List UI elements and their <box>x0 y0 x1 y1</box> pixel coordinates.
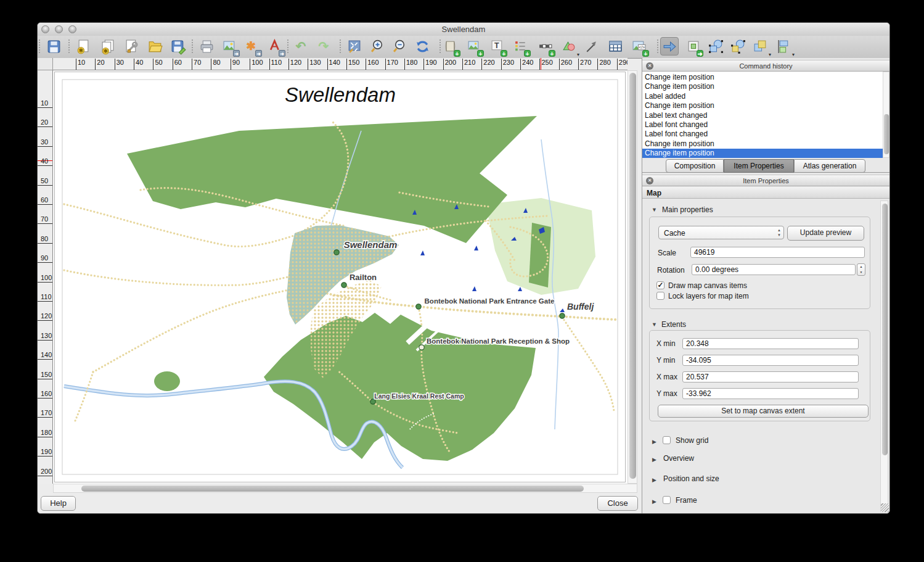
zoom-in-button[interactable] <box>367 37 386 56</box>
history-item[interactable]: Change item position <box>642 101 883 110</box>
history-item[interactable]: Label font changed <box>642 130 883 139</box>
new-composition-button[interactable]: ✱ <box>74 37 92 56</box>
xmin-input[interactable]: 20.348 <box>682 338 859 349</box>
ymin-input[interactable]: -34.095 <box>682 355 859 366</box>
undo-button[interactable]: ↶ <box>292 37 310 56</box>
add-image-button[interactable]: + <box>465 37 483 56</box>
add-new-map-button[interactable]: + <box>441 37 460 56</box>
ruler-tick: 70 <box>192 59 201 70</box>
svg-text:✱: ✱ <box>103 48 108 54</box>
xmax-input[interactable]: 20.537 <box>682 371 859 382</box>
zoom-full-button[interactable] <box>345 37 363 56</box>
ungroup-items-button[interactable] <box>729 37 747 56</box>
history-scrollbar[interactable] <box>883 72 889 158</box>
save-project-button[interactable] <box>44 37 63 56</box>
cache-mode-dropdown[interactable]: Cache ▲▼ <box>658 226 784 239</box>
canvas-vertical-scrollbar[interactable] <box>628 70 637 484</box>
overview-collapse-toggle[interactable]: ▶ <box>652 457 656 463</box>
lock-layers-checkbox[interactable] <box>656 292 664 300</box>
show-grid-collapse-toggle[interactable]: ▶ <box>652 439 656 445</box>
canvas-vertical-scrollbar-thumb[interactable] <box>629 73 636 479</box>
extents-collapse-toggle[interactable]: ▼ <box>652 321 657 328</box>
close-button[interactable]: Close <box>597 496 638 511</box>
dropdown-caret: ▾ <box>792 52 795 57</box>
add-label-button[interactable]: T+ <box>488 37 507 56</box>
add-arrow-button[interactable] <box>582 37 600 56</box>
command-history-list[interactable]: Change item positionChange item position… <box>642 72 883 158</box>
canvas-horizontal-scrollbar[interactable] <box>53 484 637 493</box>
item-properties-header: ✕ Item Properties <box>642 175 889 186</box>
save-as-template-button[interactable] <box>169 37 187 56</box>
ruler-tick: 290 <box>617 59 628 70</box>
composition-manager-button[interactable] <box>122 37 141 56</box>
tab-composition[interactable]: Composition <box>666 159 724 173</box>
raise-selected-items-button[interactable]: ▾ <box>751 37 769 56</box>
draw-map-canvas-items-checkbox[interactable]: ✓ <box>656 281 664 289</box>
composition-title-label[interactable]: Swellendam <box>217 83 464 107</box>
export-pdf-button[interactable]: ➜ <box>266 37 285 56</box>
history-item[interactable]: Label text changed <box>642 111 883 120</box>
move-item-content-button[interactable]: ➜ <box>684 37 703 56</box>
history-item[interactable]: Label font changed <box>642 120 883 130</box>
ruler-corner <box>38 58 53 70</box>
ruler-tick: 180 <box>404 59 417 70</box>
rotation-input[interactable]: 0.00 degrees <box>692 264 856 275</box>
ungroup-items-icon <box>730 39 746 54</box>
composition-manager-icon <box>124 39 139 54</box>
history-item[interactable]: Label added <box>642 92 883 101</box>
align-selected-items-button[interactable]: ▾ <box>774 37 793 56</box>
rotation-spinner[interactable]: ▲▼ <box>857 263 865 276</box>
composer-canvas[interactable]: Swellendam Railton Bontebok National Par… <box>53 70 628 484</box>
history-item[interactable]: Change item position <box>642 139 883 149</box>
select-move-item-button[interactable] <box>660 37 679 56</box>
ruler-tick: 280 <box>597 59 610 70</box>
properties-scrollbar[interactable] <box>880 200 888 512</box>
frame-checkbox[interactable] <box>663 496 671 504</box>
history-item[interactable]: Change item position <box>642 82 883 91</box>
ruler-tick: 80 <box>211 59 220 70</box>
ruler-tick: 100 <box>38 274 53 283</box>
load-from-template-button[interactable] <box>145 37 164 56</box>
position-size-collapse-toggle[interactable]: ▶ <box>652 477 656 483</box>
command-history-title: Command history <box>642 62 889 70</box>
add-legend-button[interactable]: + <box>512 37 530 56</box>
scale-input[interactable]: 49619 <box>690 247 865 258</box>
add-html-button[interactable]: </>+ <box>630 37 648 56</box>
set-to-map-canvas-extent-button[interactable]: Set to map canvas extent <box>658 405 869 418</box>
add-shape-button[interactable]: ▾ <box>559 37 578 56</box>
add-scalebar-button[interactable]: + <box>536 37 555 56</box>
zoom-out-icon <box>391 39 407 54</box>
export-arrow-badge: ➜ <box>233 50 240 57</box>
duplicate-composition-button[interactable]: ✱ <box>98 37 117 56</box>
toolbar-separator <box>39 39 40 53</box>
export-svg-button[interactable]: ✱➜ <box>243 37 261 56</box>
composer-page[interactable]: Swellendam Railton Bontebok National Par… <box>54 72 626 482</box>
ruler-tick: 10 <box>76 59 85 70</box>
ruler-tick: 110 <box>38 293 53 302</box>
item-type-label: Map <box>647 189 661 197</box>
add-attribute-table-button[interactable] <box>606 37 624 56</box>
redo-button[interactable]: ↷ <box>314 37 333 56</box>
main-properties-collapse-toggle[interactable]: ▼ <box>652 207 657 213</box>
tab-atlas-generation[interactable]: Atlas generation <box>794 159 865 173</box>
help-button[interactable]: Help <box>41 496 76 511</box>
map-item[interactable]: Swellendam Railton Bontebok National Par… <box>54 72 626 482</box>
group-items-button[interactable] <box>706 37 725 56</box>
title-bar[interactable]: Swellendam <box>38 23 889 36</box>
zoom-out-button[interactable] <box>390 37 408 56</box>
tab-item-properties[interactable]: Item Properties <box>724 159 794 173</box>
print-button[interactable] <box>197 37 216 56</box>
history-item[interactable]: Change item position <box>642 149 883 158</box>
frame-collapse-toggle[interactable]: ▶ <box>652 498 656 505</box>
ruler-tick: 230 <box>501 59 514 70</box>
window-resize-grip[interactable] <box>881 503 889 512</box>
export-image-button[interactable]: ➜ <box>221 37 239 56</box>
history-item[interactable]: Change item position <box>642 73 883 82</box>
refresh-view-button[interactable] <box>413 37 431 56</box>
show-grid-checkbox[interactable] <box>663 436 671 444</box>
update-preview-button[interactable]: Update preview <box>787 226 864 241</box>
ymax-input[interactable]: -33.962 <box>682 388 859 399</box>
canvas-horizontal-scrollbar-thumb[interactable] <box>81 486 584 492</box>
properties-scrollbar-thumb[interactable] <box>882 204 888 455</box>
history-scrollbar-thumb[interactable] <box>884 114 889 154</box>
